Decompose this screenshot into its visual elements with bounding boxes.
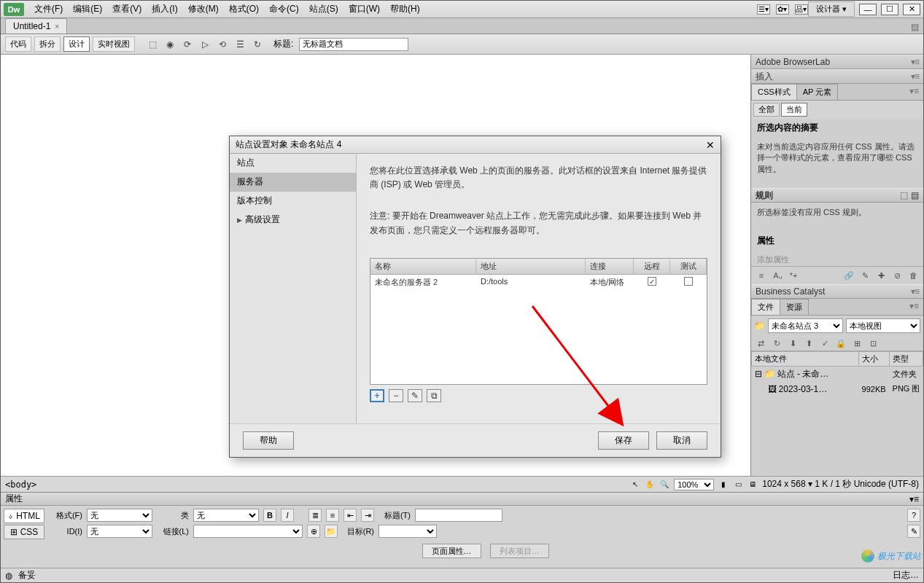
expand-icon[interactable]: ⊡ — [866, 337, 880, 349]
link-select[interactable] — [193, 525, 303, 538]
class-select[interactable]: 无 — [193, 509, 259, 522]
side-servers[interactable]: 服务器 — [230, 173, 356, 192]
file-row[interactable]: ⊟ 📁 站点 - 未命… 文件夹 — [752, 367, 923, 383]
disable-icon[interactable]: ⊘ — [891, 270, 903, 281]
quick-tag-icon[interactable]: ✎ — [907, 525, 920, 538]
side-site[interactable]: 站点 — [230, 154, 356, 173]
menu-help[interactable]: 帮助(H) — [386, 1, 424, 17]
live-code-icon[interactable]: ⬚ — [145, 38, 160, 51]
indent-icon[interactable]: ⇥ — [361, 509, 374, 522]
refresh-files-icon[interactable]: ↻ — [770, 337, 783, 349]
zoom-icon[interactable]: 🔍 — [659, 480, 669, 490]
live-view-button[interactable]: 实时视图 — [93, 36, 135, 52]
put-icon[interactable]: ⬆ — [802, 337, 815, 349]
tag-selector[interactable]: <body> — [5, 480, 36, 490]
col-address[interactable]: 地址 — [476, 259, 586, 274]
server-icon[interactable]: ⟳ — [180, 38, 195, 51]
panel-grip-icon[interactable]: ▾≡ — [909, 494, 919, 504]
dialog-close-icon[interactable]: ✕ — [706, 139, 715, 151]
menu-insert[interactable]: 插入(I) — [147, 1, 182, 17]
server-remote-check[interactable]: ✓ — [634, 275, 670, 290]
edit-server-button[interactable]: ✎ — [408, 389, 422, 402]
log-link[interactable]: 日志… — [893, 569, 919, 582]
menu-file[interactable]: 文件(F) — [30, 1, 67, 17]
close-button[interactable]: ✕ — [903, 4, 920, 15]
format-select[interactable]: 无 — [87, 509, 152, 522]
show-category-icon[interactable]: ≡ — [756, 270, 767, 281]
panel-grip-icon[interactable]: ▾≡ — [911, 71, 919, 82]
pointer-icon[interactable]: ↖ — [630, 480, 640, 490]
design-view-button[interactable]: 设计 — [63, 36, 90, 52]
panel-browserlab[interactable]: Adobe BrowserLab▾≡ — [751, 55, 923, 69]
col-test[interactable]: 测试 — [670, 259, 707, 274]
options-icon[interactable]: ☰ — [233, 38, 247, 51]
minimize-button[interactable]: — — [859, 4, 877, 15]
col-type[interactable]: 类型 — [890, 352, 923, 367]
checkout-icon[interactable]: ✓ — [818, 337, 831, 349]
server-row[interactable]: 未命名的服务器 2 D:/tools 本地/网络 ✓ — [370, 275, 707, 290]
file-row[interactable]: 🖼 2023-03-1… 992KB PNG 图 — [752, 382, 923, 396]
dialog-titlebar[interactable]: 站点设置对象 未命名站点 4 ✕ — [230, 136, 721, 154]
desktop-icon[interactable]: 🖥 — [748, 480, 758, 490]
menu-window[interactable]: 窗口(W) — [344, 1, 384, 17]
props-html-button[interactable]: ⬨HTML — [4, 509, 44, 523]
workspace-switcher[interactable]: 设计器 ▾ — [808, 1, 855, 17]
cancel-button[interactable]: 取消 — [656, 431, 707, 450]
save-button[interactable]: 保存 — [598, 431, 649, 450]
edit-rule-icon[interactable]: ✚ — [875, 270, 887, 281]
zoom-select[interactable]: 100% — [674, 479, 714, 490]
menu-modify[interactable]: 修改(M) — [184, 1, 223, 17]
help-button[interactable]: 帮助 — [243, 431, 294, 450]
side-advanced[interactable]: 高级设置 — [230, 211, 356, 230]
col-name[interactable]: 名称 — [370, 259, 476, 274]
attach-css-icon[interactable]: 🔗 — [843, 270, 855, 281]
menu-site[interactable]: 站点(S) — [305, 1, 343, 17]
point-to-file-icon[interactable]: ⊕ — [307, 525, 320, 538]
properties-header[interactable]: 属性▾≡ — [1, 493, 923, 506]
menu-view[interactable]: 查看(V) — [108, 1, 146, 17]
tablet-icon[interactable]: ▭ — [733, 480, 743, 490]
panel-insert[interactable]: 插入▾≡ — [751, 69, 923, 84]
remove-server-button[interactable]: − — [389, 389, 403, 402]
split-view-button[interactable]: 拆分 — [34, 36, 61, 52]
title-input[interactable] — [415, 509, 502, 522]
id-select[interactable]: 无 — [87, 525, 152, 538]
server-test-check[interactable] — [670, 275, 707, 290]
show-list-icon[interactable]: Aᵤ — [772, 270, 783, 281]
refresh-icon[interactable]: ⟲ — [215, 38, 230, 51]
get-icon[interactable]: ⬇ — [786, 337, 799, 349]
servers-body[interactable]: 未命名的服务器 2 D:/tools 本地/网络 ✓ — [370, 275, 707, 384]
status-dims[interactable]: 1024 x 568 ▾ 1 K / 1 秒 Unicode (UTF-8) — [762, 478, 919, 490]
panel-bc[interactable]: Business Catalyst▾≡ — [751, 284, 923, 299]
visual-aids-icon[interactable]: ↻ — [250, 38, 265, 51]
help-icon[interactable]: ? — [907, 509, 920, 522]
panel-grip-icon[interactable]: ▾≡ — [905, 299, 923, 315]
document-tab[interactable]: Untitled-1 × — [5, 18, 67, 34]
sync-icon[interactable]: ⊞ — [850, 337, 863, 349]
delete-icon[interactable]: 🗑 — [907, 270, 919, 281]
site-icon[interactable]: 品▾ — [795, 4, 808, 15]
view-select[interactable]: 本地视图 — [846, 318, 921, 333]
col-connection[interactable]: 连接 — [586, 259, 634, 274]
tab-css[interactable]: CSS样式 — [751, 84, 797, 100]
page-properties-button[interactable]: 页面属性… — [422, 544, 481, 558]
menu-format[interactable]: 格式(O) — [225, 1, 263, 17]
col-remote[interactable]: 远程 — [634, 259, 670, 274]
checkin-icon[interactable]: 🔒 — [834, 337, 847, 349]
cascade-icon[interactable]: ⬚ — [900, 190, 908, 200]
outdent-icon[interactable]: ⇤ — [343, 509, 357, 522]
browse-icon[interactable]: 📁 — [325, 525, 338, 538]
close-tab-icon[interactable]: × — [55, 23, 59, 31]
col-size[interactable]: 大小 — [859, 352, 890, 367]
new-rule-icon[interactable]: ✎ — [859, 270, 871, 281]
props-css-button[interactable]: ⊞CSS — [4, 525, 44, 539]
tab-files[interactable]: 文件 — [751, 299, 780, 315]
connect-icon[interactable]: ⇄ — [754, 337, 767, 349]
panel-grip-icon[interactable]: ▾≡ — [905, 84, 923, 100]
add-property[interactable]: 添加属性 — [751, 250, 923, 266]
title-input[interactable] — [299, 38, 408, 51]
show-only-icon[interactable]: *+ — [788, 270, 799, 281]
tab-assets[interactable]: 资源 — [780, 299, 809, 315]
add-server-button[interactable]: + — [370, 389, 384, 402]
ul-icon[interactable]: ≣ — [308, 509, 322, 522]
